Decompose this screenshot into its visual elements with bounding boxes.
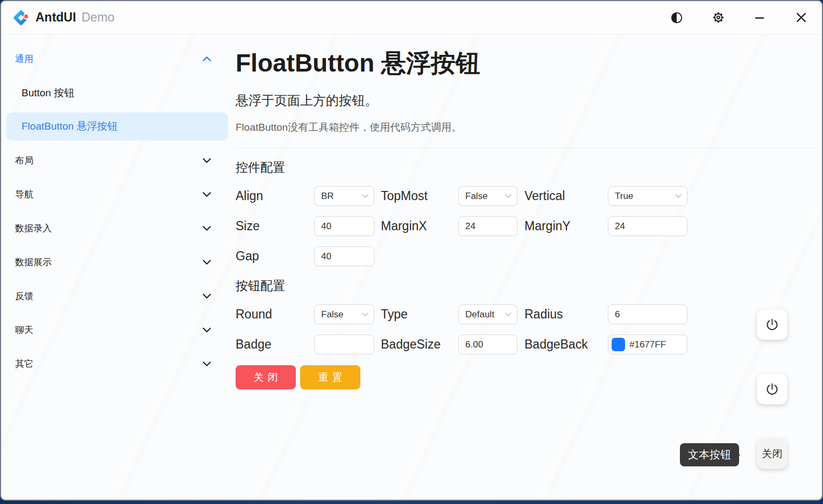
marginx-label: MarginX (381, 219, 458, 233)
sidebar-item-floatbutton[interactable]: FloatButton 悬浮按钮 (6, 112, 228, 140)
titlebar: AntdUI Demo (1, 1, 822, 34)
sidebar-group-data-entry[interactable]: 数据录入 (1, 211, 232, 245)
badgeback-label: BadgeBack (524, 337, 608, 352)
vertical-select[interactable]: True (608, 186, 687, 206)
form-row: Round False Type Default Radius (236, 304, 822, 324)
app-title: AntdUI (36, 10, 76, 25)
sidebar-group-general[interactable]: 通用 (1, 42, 232, 76)
power-icon (765, 317, 779, 332)
float-button-tooltip: 文本按钮 (680, 443, 739, 466)
chevron-down-icon (203, 328, 211, 332)
marginy-input[interactable] (608, 216, 687, 236)
float-close-button[interactable]: 关闭 (757, 438, 787, 469)
chevron-down-icon (203, 361, 211, 366)
chevron-down-icon (203, 158, 211, 163)
chevron-down-icon (203, 294, 211, 299)
main-layout: 通用 Button 按钮 FloatButton 悬浮按钮 布局 导航 (1, 35, 822, 500)
align-select[interactable]: BR (314, 186, 374, 206)
settings-button[interactable] (711, 11, 725, 25)
sidebar-item-label: Button 按钮 (22, 86, 74, 100)
sidebar-item-button[interactable]: Button 按钮 (1, 76, 232, 110)
round-label: Round (236, 307, 314, 322)
minimize-icon (754, 12, 765, 24)
float-power-button-1[interactable] (757, 309, 787, 340)
theme-toggle-button[interactable] (670, 11, 684, 25)
section-button-config: 按钮配置 (236, 278, 822, 294)
close-icon (795, 11, 807, 24)
sidebar-group-label: 其它 (15, 358, 33, 370)
badge-label: Badge (236, 337, 314, 352)
vertical-label: Vertical (524, 189, 608, 203)
radius-label: Radius (524, 307, 608, 322)
chevron-down-icon (362, 313, 368, 316)
chevron-down-icon (362, 194, 368, 198)
page-note: FloatButton没有工具箱控件，使用代码方式调用。 (236, 120, 822, 134)
minimize-button[interactable] (753, 11, 767, 25)
sidebar-group-label: 导航 (15, 188, 33, 201)
app-window: AntdUI Demo (0, 0, 823, 501)
chevron-up-icon (203, 56, 211, 61)
sidebar-group-chat[interactable]: 聊天 (1, 313, 232, 347)
badgeback-value: #1677FF (629, 339, 666, 350)
badgesize-input[interactable] (458, 335, 517, 354)
action-buttons: 关闭 重置 (236, 365, 822, 389)
page-title: FloatButton 悬浮按钮 (236, 47, 822, 80)
topmost-select[interactable]: False (458, 186, 517, 206)
marginx-input[interactable] (458, 216, 517, 236)
chevron-down-icon (505, 313, 512, 316)
sidebar-group-label: 数据录入 (15, 222, 52, 235)
form-row: Badge BadgeSize BadgeBack #1677FF (236, 335, 822, 354)
type-value: Default (465, 309, 494, 320)
type-select[interactable]: Default (458, 304, 517, 324)
topmost-label: TopMost (381, 189, 458, 203)
chevron-down-icon (675, 194, 682, 198)
sidebar-group-label: 数据展示 (15, 256, 52, 268)
gap-label: Gap (236, 249, 314, 264)
round-value: False (321, 309, 344, 320)
round-select[interactable]: False (314, 304, 374, 324)
sidebar-item-label: FloatButton 悬浮按钮 (22, 119, 117, 133)
sidebar-group-label: 聊天 (15, 324, 33, 336)
app-subtitle: Demo (81, 10, 114, 25)
form-row: Gap (236, 246, 822, 266)
antdui-logo-icon (13, 10, 29, 26)
badge-input[interactable] (314, 335, 374, 354)
form-row: Align BR TopMost False Vertical True (236, 186, 822, 206)
sidebar-group-label: 反馈 (15, 290, 33, 302)
power-icon (765, 382, 779, 396)
marginy-label: MarginY (524, 219, 608, 233)
page-description: 悬浮于页面上方的按钮。 (236, 92, 822, 109)
divider (236, 147, 818, 148)
gear-icon (712, 11, 725, 24)
sidebar-group-navigation[interactable]: 导航 (1, 178, 232, 211)
size-label: Size (236, 219, 314, 233)
close-action-button[interactable]: 关闭 (236, 365, 296, 389)
chevron-down-icon (203, 192, 211, 197)
topmost-value: False (465, 191, 488, 202)
vertical-value: True (615, 191, 633, 202)
radius-input[interactable] (608, 304, 687, 324)
chevron-down-icon (203, 226, 211, 231)
align-label: Align (236, 189, 314, 203)
color-swatch[interactable] (612, 338, 625, 351)
badgesize-label: BadgeSize (381, 337, 458, 352)
sidebar-group-other[interactable]: 其它 (1, 347, 232, 381)
titlebar-actions (670, 11, 808, 25)
align-value: BR (321, 191, 334, 202)
type-label: Type (381, 307, 458, 322)
sidebar-group-label: 布局 (15, 154, 33, 167)
close-button[interactable] (794, 11, 808, 25)
sidebar-group-layout[interactable]: 布局 (1, 144, 232, 178)
float-power-button-2[interactable] (757, 374, 787, 404)
badgeback-field[interactable]: #1677FF (608, 335, 687, 354)
gap-input[interactable] (314, 246, 374, 266)
size-input[interactable] (314, 216, 374, 236)
reset-action-button[interactable]: 重置 (300, 365, 360, 389)
chevron-down-icon (505, 194, 512, 198)
sidebar: 通用 Button 按钮 FloatButton 悬浮按钮 布局 导航 (1, 35, 232, 500)
chevron-down-icon (203, 260, 211, 265)
sidebar-group-data-display[interactable]: 数据展示 (1, 245, 232, 279)
half-circle-theme-icon (670, 11, 683, 24)
sidebar-group-feedback[interactable]: 反馈 (1, 279, 232, 313)
content: FloatButton 悬浮按钮 悬浮于页面上方的按钮。 FloatButton… (232, 35, 822, 500)
